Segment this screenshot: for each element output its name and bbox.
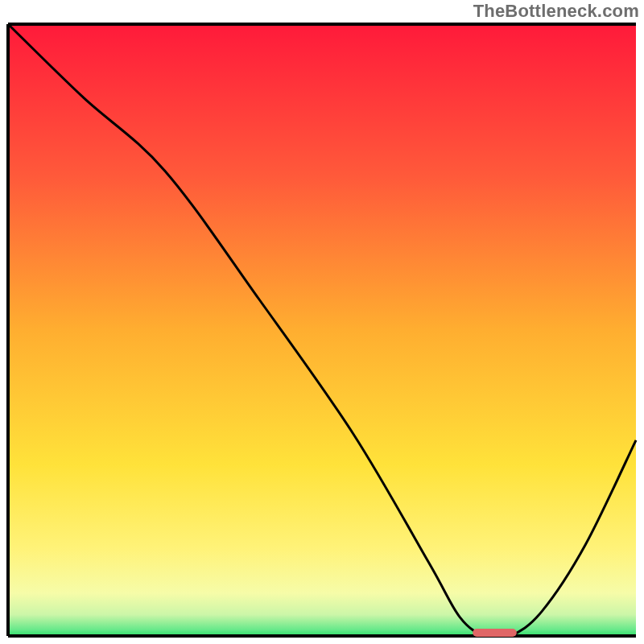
- gradient-background: [8, 24, 636, 636]
- optimum-marker: [473, 629, 517, 637]
- chart-stage: TheBottleneck.com: [0, 0, 644, 644]
- watermark-text: TheBottleneck.com: [473, 1, 639, 22]
- plot-area: [6, 23, 638, 638]
- chart-svg: [6, 23, 638, 638]
